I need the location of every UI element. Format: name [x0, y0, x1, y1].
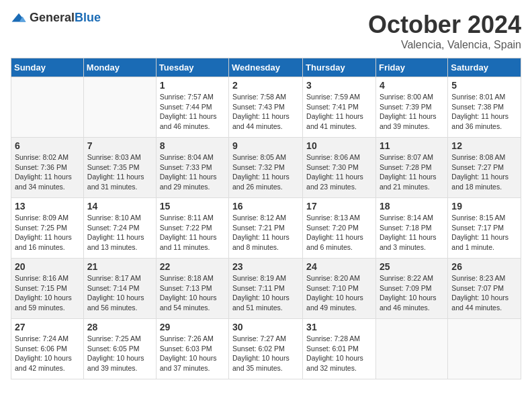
cell-sunrise: Sunrise: 8:16 AM [15, 273, 80, 283]
cell-date-number: 1 [160, 80, 225, 91]
cell-date-number: 22 [160, 261, 225, 272]
cell-sunrise: Sunrise: 8:14 AM [380, 213, 444, 223]
cell-date-number: 27 [15, 322, 80, 332]
cell-date-number: 9 [232, 140, 299, 151]
cell-sunrise: Sunrise: 8:03 AM [87, 152, 152, 163]
cell-daylight: Daylight: 11 hours and 34 minutes. [15, 172, 80, 191]
cell-sunset: Sunset: 7:14 PM [87, 283, 152, 293]
cell-sunrise: Sunrise: 8:20 AM [306, 273, 372, 283]
cell-sunset: Sunset: 7:28 PM [380, 163, 444, 173]
cell-daylight: Daylight: 11 hours and 11 minutes. [160, 232, 225, 252]
calendar-cell: 22 Sunrise: 8:18 AM Sunset: 7:13 PM Dayl… [156, 259, 228, 319]
cell-daylight: Daylight: 10 hours and 46 minutes. [380, 293, 444, 312]
cell-sunset: Sunset: 6:03 PM [160, 344, 225, 354]
cell-daylight: Daylight: 10 hours and 35 minutes. [232, 353, 299, 373]
cell-date-number: 20 [15, 261, 80, 272]
cell-date-number: 14 [87, 201, 152, 212]
cell-daylight: Daylight: 11 hours and 46 minutes. [160, 111, 225, 131]
calendar-cell: 5 Sunrise: 8:01 AM Sunset: 7:38 PM Dayli… [448, 77, 521, 138]
cell-date-number: 7 [87, 140, 152, 151]
calendar-cell: 31 Sunrise: 7:28 AM Sunset: 6:01 PM Dayl… [303, 319, 376, 379]
cell-date-number: 31 [306, 322, 372, 332]
cell-daylight: Daylight: 11 hours and 26 minutes. [232, 172, 299, 191]
logo: GeneralBlue [11, 11, 101, 25]
cell-daylight: Daylight: 11 hours and 44 minutes. [232, 111, 299, 131]
cell-daylight: Daylight: 11 hours and 31 minutes. [87, 172, 152, 191]
calendar-cell: 7 Sunrise: 8:03 AM Sunset: 7:35 PM Dayli… [83, 138, 156, 198]
cell-daylight: Daylight: 10 hours and 56 minutes. [87, 293, 152, 312]
cell-sunrise: Sunrise: 8:19 AM [232, 273, 299, 283]
cell-daylight: Daylight: 11 hours and 13 minutes. [87, 232, 152, 252]
calendar-cell: 12 Sunrise: 8:08 AM Sunset: 7:27 PM Dayl… [448, 138, 521, 198]
cell-date-number: 4 [380, 80, 444, 91]
calendar-cell: 4 Sunrise: 8:00 AM Sunset: 7:39 PM Dayli… [375, 77, 447, 138]
cell-sunrise: Sunrise: 8:07 AM [380, 152, 444, 163]
cell-sunset: Sunset: 7:09 PM [380, 283, 444, 293]
logo-icon [11, 12, 27, 24]
calendar-cell: 16 Sunrise: 8:12 AM Sunset: 7:21 PM Dayl… [229, 198, 303, 259]
cell-daylight: Daylight: 10 hours and 44 minutes. [451, 293, 517, 312]
cell-sunset: Sunset: 7:38 PM [451, 102, 517, 112]
cell-sunset: Sunset: 7:41 PM [306, 102, 372, 112]
cell-date-number: 12 [451, 140, 517, 151]
calendar-cell: 30 Sunrise: 7:27 AM Sunset: 6:02 PM Dayl… [229, 319, 303, 379]
cell-sunset: Sunset: 7:21 PM [232, 223, 299, 233]
cell-sunrise: Sunrise: 8:22 AM [380, 273, 444, 283]
cell-sunrise: Sunrise: 8:17 AM [87, 273, 152, 283]
cell-date-number: 28 [87, 322, 152, 332]
calendar-cell: 1 Sunrise: 7:57 AM Sunset: 7:44 PM Dayli… [156, 77, 228, 138]
cell-sunrise: Sunrise: 7:58 AM [232, 92, 299, 102]
cell-date-number: 3 [306, 80, 372, 91]
cell-date-number: 30 [232, 322, 299, 332]
cell-sunset: Sunset: 7:43 PM [232, 102, 299, 112]
calendar-cell: 24 Sunrise: 8:20 AM Sunset: 7:10 PM Dayl… [303, 259, 376, 319]
calendar-cell [375, 319, 447, 379]
calendar-location: Valencia, Valencia, Spain [368, 39, 521, 51]
header-monday: Monday [83, 58, 156, 77]
cell-sunset: Sunset: 6:06 PM [15, 344, 80, 354]
cell-sunset: Sunset: 7:44 PM [160, 102, 225, 112]
cell-daylight: Daylight: 11 hours and 23 minutes. [306, 172, 372, 191]
cell-sunset: Sunset: 7:22 PM [160, 223, 225, 233]
calendar-cell: 25 Sunrise: 8:22 AM Sunset: 7:09 PM Dayl… [375, 259, 447, 319]
cell-sunset: Sunset: 7:36 PM [15, 163, 80, 173]
cell-date-number: 17 [306, 201, 372, 212]
calendar-title: October 2024 [368, 11, 521, 39]
calendar-week-row: 6 Sunrise: 8:02 AM Sunset: 7:36 PM Dayli… [11, 138, 521, 198]
calendar-cell: 19 Sunrise: 8:15 AM Sunset: 7:17 PM Dayl… [448, 198, 521, 259]
cell-date-number: 5 [451, 80, 517, 91]
cell-daylight: Daylight: 10 hours and 37 minutes. [160, 353, 225, 373]
cell-daylight: Daylight: 11 hours and 36 minutes. [451, 111, 517, 131]
cell-sunrise: Sunrise: 8:08 AM [451, 152, 517, 163]
cell-date-number: 8 [160, 140, 225, 151]
cell-sunset: Sunset: 7:10 PM [306, 283, 372, 293]
cell-date-number: 6 [15, 140, 80, 151]
cell-date-number: 10 [306, 140, 372, 151]
cell-sunrise: Sunrise: 8:11 AM [160, 213, 225, 223]
cell-sunrise: Sunrise: 8:10 AM [87, 213, 152, 223]
calendar-cell [448, 319, 521, 379]
cell-daylight: Daylight: 11 hours and 6 minutes. [306, 232, 372, 252]
cell-sunrise: Sunrise: 7:26 AM [160, 334, 225, 344]
cell-sunset: Sunset: 7:18 PM [380, 223, 444, 233]
calendar-cell: 2 Sunrise: 7:58 AM Sunset: 7:43 PM Dayli… [229, 77, 303, 138]
calendar-body: 1 Sunrise: 7:57 AM Sunset: 7:44 PM Dayli… [11, 77, 521, 379]
cell-date-number: 26 [451, 261, 517, 272]
calendar-cell: 20 Sunrise: 8:16 AM Sunset: 7:15 PM Dayl… [11, 259, 84, 319]
cell-sunrise: Sunrise: 7:57 AM [160, 92, 225, 102]
cell-daylight: Daylight: 10 hours and 54 minutes. [160, 293, 225, 312]
cell-daylight: Daylight: 11 hours and 18 minutes. [451, 172, 517, 191]
cell-sunset: Sunset: 7:15 PM [15, 283, 80, 293]
cell-daylight: Daylight: 10 hours and 51 minutes. [232, 293, 299, 312]
cell-sunset: Sunset: 7:25 PM [15, 223, 80, 233]
cell-date-number: 23 [232, 261, 299, 272]
calendar-cell: 10 Sunrise: 8:06 AM Sunset: 7:30 PM Dayl… [303, 138, 376, 198]
cell-sunset: Sunset: 6:01 PM [306, 344, 372, 354]
cell-date-number: 24 [306, 261, 372, 272]
cell-daylight: Daylight: 10 hours and 59 minutes. [15, 293, 80, 312]
cell-sunset: Sunset: 7:27 PM [451, 163, 517, 173]
logo-general-text: General [30, 11, 75, 24]
cell-date-number: 21 [87, 261, 152, 272]
cell-date-number: 13 [15, 201, 80, 212]
cell-daylight: Daylight: 11 hours and 21 minutes. [380, 172, 444, 191]
